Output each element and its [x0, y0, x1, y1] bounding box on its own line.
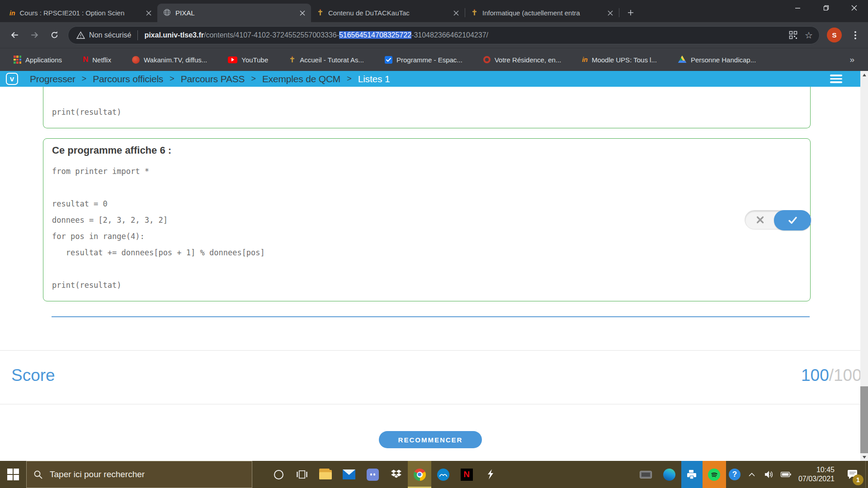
chrome-menu-icon[interactable]: [846, 26, 864, 44]
profile-avatar[interactable]: S: [827, 28, 842, 42]
torch-icon: [471, 9, 478, 17]
taskbar-clock[interactable]: 10:45 07/03/2021: [795, 461, 840, 488]
scroll-down-arrow-icon[interactable]: [860, 453, 868, 461]
bookmark-tutorat[interactable]: Accueil - Tutorat As...: [289, 56, 364, 64]
tab-informatique[interactable]: Informatique (actuellement entra: [465, 4, 619, 22]
taskbar-search-input[interactable]: Taper ici pour rechercher: [26, 461, 252, 488]
netflix-app-button[interactable]: N: [455, 461, 478, 488]
close-window-button[interactable]: [840, 0, 868, 16]
tab-title: Contenu de DuTACKauTac: [328, 9, 448, 17]
bookmark-handicap[interactable]: Personne Handicap...: [678, 55, 756, 65]
qr-code-icon[interactable]: [789, 31, 797, 39]
openoffice-icon: [437, 469, 449, 481]
wakanim-icon: [132, 56, 140, 64]
new-tab-button[interactable]: [624, 6, 637, 19]
bookmark-label: Moodle UPS: Tous l...: [592, 56, 657, 64]
restart-button[interactable]: RECOMMENCER: [379, 431, 482, 448]
hidden-icons-button[interactable]: [743, 461, 760, 488]
blue-check-icon: [385, 56, 392, 64]
show-desktop-button[interactable]: [865, 461, 868, 488]
fax-app-button-active[interactable]: [681, 461, 703, 488]
minimize-button[interactable]: [784, 0, 812, 16]
score-label: Score: [11, 366, 55, 385]
chrome-button-active[interactable]: [408, 461, 431, 488]
breadcrumb: v Progresser > Parcours officiels > Parc…: [0, 71, 868, 87]
spotify-icon: [708, 469, 720, 481]
toggle-yes-icon[interactable]: [774, 210, 811, 230]
bookmark-star-icon[interactable]: ☆: [805, 31, 813, 40]
score-value: 100/100: [801, 366, 862, 385]
openoffice-button[interactable]: [431, 461, 455, 488]
back-button[interactable]: [5, 26, 24, 44]
cortana-button[interactable]: [267, 461, 290, 488]
windows-taskbar: Taper ici pour rechercher N ? 10:45 07/0…: [0, 461, 868, 488]
tab-dutackautac[interactable]: Contenu de DuTACKauTac: [311, 4, 465, 22]
tab-pixal-active[interactable]: PIXAL: [157, 4, 311, 22]
breadcrumb-item-parcours-pass[interactable]: Parcours PASS: [181, 74, 245, 84]
breadcrumb-item-exemples-qcm[interactable]: Exemples de QCM: [262, 74, 340, 84]
bookmark-moodle-ups[interactable]: in Moodle UPS: Tous l...: [582, 56, 656, 64]
close-icon[interactable]: [452, 9, 460, 17]
tablet-device-icon: [640, 471, 652, 479]
bookmark-label: YouTube: [241, 56, 268, 64]
notification-badge: 1: [853, 474, 863, 485]
mail-button[interactable]: [337, 461, 361, 488]
bookmark-netflix[interactable]: N Netflix: [83, 55, 111, 64]
answer-title: Ce programme affiche 6 :: [52, 145, 810, 156]
dropbox-button[interactable]: [384, 461, 408, 488]
bookmark-youtube[interactable]: YouTube: [228, 56, 268, 64]
breadcrumb-item-progresser[interactable]: Progresser: [30, 74, 75, 84]
answer-toggle: [745, 210, 811, 230]
tab-cours-moodle[interactable]: in Cours : RPSCIE201 : Option Scien: [4, 4, 157, 22]
bookmark-label: Netflix: [92, 56, 111, 64]
bookmark-residence[interactable]: Votre Résidence, en...: [483, 56, 561, 64]
bookmark-applications[interactable]: Applications: [14, 56, 62, 63]
url-selected-text: 516564514708325722: [339, 31, 411, 39]
chrome-icon: [414, 469, 426, 481]
file-explorer-icon: [319, 470, 332, 479]
reload-button[interactable]: [45, 26, 63, 44]
address-bar-icons: ☆: [784, 31, 813, 40]
toggle-no-icon[interactable]: [745, 211, 775, 229]
close-icon[interactable]: [606, 9, 614, 17]
file-explorer-button[interactable]: [314, 461, 337, 488]
breadcrumb-separator: >: [170, 74, 175, 84]
start-button[interactable]: [0, 461, 26, 488]
battery-button[interactable]: [778, 461, 795, 488]
url-text[interactable]: pixal.univ-tlse3.fr/contents/4107-4102-3…: [144, 31, 784, 39]
breadcrumb-item-parcours-officiels[interactable]: Parcours officiels: [93, 74, 163, 84]
help-tray-button[interactable]: ?: [726, 461, 743, 488]
drive-icon: [678, 55, 687, 65]
divider: [137, 30, 138, 40]
scroll-up-arrow-icon[interactable]: [860, 71, 868, 79]
task-view-button[interactable]: [290, 461, 314, 488]
close-icon[interactable]: [145, 9, 153, 17]
bookmarks-overflow-chevron[interactable]: »: [849, 55, 854, 65]
bookmark-label: Votre Résidence, en...: [495, 56, 561, 64]
page-scrollbar[interactable]: [860, 71, 868, 461]
breadcrumb-separator: >: [251, 74, 256, 84]
tablet-device-button[interactable]: [634, 461, 658, 488]
discord-button[interactable]: [361, 461, 384, 488]
clock-time: 10:45: [798, 465, 835, 474]
restore-button[interactable]: [812, 0, 840, 16]
volume-button[interactable]: [760, 461, 778, 488]
pixal-logo-icon[interactable]: v: [6, 73, 18, 85]
tab-title: Informatique (actuellement entra: [482, 9, 602, 17]
bookmark-wakanim[interactable]: Wakanim.TV, diffus...: [132, 56, 207, 64]
url-domain: pixal.univ-tlse3.fr: [144, 31, 204, 39]
menu-hamburger-icon[interactable]: [830, 75, 842, 83]
close-icon[interactable]: [298, 9, 307, 17]
notification-center-button[interactable]: 1: [840, 461, 865, 488]
forward-button[interactable]: [25, 26, 43, 44]
spotify-button-active[interactable]: [703, 461, 726, 488]
security-status[interactable]: Non sécurisé: [76, 31, 131, 39]
edge-button[interactable]: [658, 461, 681, 488]
scrollbar-thumb[interactable]: [860, 386, 868, 453]
bookmark-programme[interactable]: Programme - Espac...: [385, 56, 462, 64]
window-controls: [784, 0, 868, 16]
address-bar[interactable]: Non sécurisé pixal.univ-tlse3.fr/content…: [68, 26, 820, 44]
blue-divider: [52, 316, 810, 317]
shutter-button[interactable]: [478, 461, 502, 488]
bookmark-label: Applications: [25, 56, 62, 64]
